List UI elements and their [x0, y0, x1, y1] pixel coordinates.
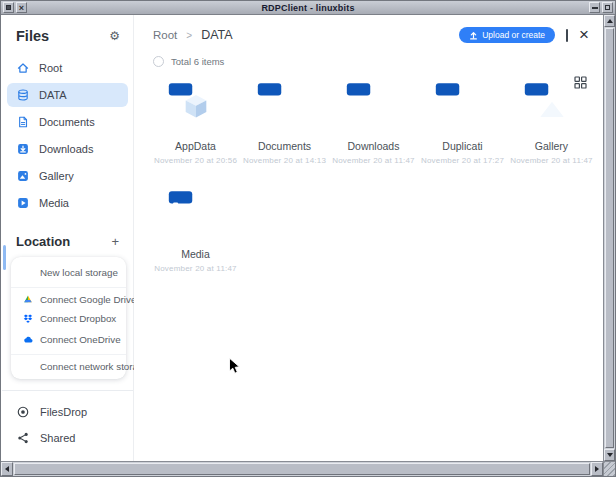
sidebar: Files ⚙ Root DATA	[2, 15, 134, 461]
close-icon[interactable]: ×	[579, 28, 589, 42]
folder-tile[interactable]: Documents November 20 at 14:13	[240, 79, 329, 165]
upload-icon	[469, 31, 478, 40]
folder-plain-icon	[433, 79, 493, 132]
dropbox-icon	[22, 313, 34, 325]
folder-down-icon	[344, 79, 404, 132]
grid-view-icon	[574, 76, 587, 89]
window-menu-button[interactable]	[3, 2, 14, 13]
sidebar-nav-label: Gallery	[39, 170, 74, 182]
sidebar-nav-label: Root	[39, 62, 62, 74]
location-item-label: New local storage	[40, 267, 118, 278]
upload-button-label: Upload or create	[482, 30, 545, 40]
folder-name: AppData	[175, 140, 216, 152]
minimize-icon	[592, 7, 598, 9]
folder-tile[interactable]: Duplicati November 20 at 17:27	[418, 79, 507, 165]
window-title: RDPClient - linuxbits	[29, 2, 587, 14]
download-icon	[16, 142, 30, 156]
window-close-button-left[interactable]: ×	[16, 2, 27, 13]
window-minimize-button[interactable]	[589, 2, 600, 13]
shared-icon	[16, 431, 30, 445]
upload-or-create-button[interactable]: Upload or create	[459, 27, 555, 43]
gdrive-icon	[22, 293, 34, 305]
sidebar-nav-item[interactable]: DATA	[7, 83, 128, 107]
sidebar-nav-item[interactable]: Downloads	[7, 137, 128, 161]
sidebar-footer-label: FilesDrop	[40, 406, 87, 418]
folder-date: November 20 at 17:27	[421, 156, 504, 165]
total-items-label: Total 6 items	[171, 56, 224, 67]
location-item[interactable]: New local storage	[11, 262, 126, 283]
onedrive-icon	[22, 334, 34, 346]
sidebar-nav-item[interactable]: Documents	[7, 110, 128, 134]
sidebar-scrollbar-thumb[interactable]	[3, 245, 6, 270]
media-icon	[16, 196, 30, 210]
app-body: Files ⚙ Root DATA	[2, 15, 603, 461]
header-actions: Upload or create ×	[459, 27, 589, 43]
sidebar-header: Files ⚙	[2, 15, 133, 53]
add-location-button[interactable]: +	[111, 236, 119, 248]
sidebar-footer-item[interactable]: Shared	[2, 425, 133, 451]
window-menu-icon	[6, 5, 11, 10]
sidebar-nav-item[interactable]: Media	[7, 191, 128, 215]
scroll-left-button[interactable]	[1, 462, 13, 476]
settings-button[interactable]: ⚙	[109, 30, 120, 42]
document-icon	[16, 115, 30, 129]
filesdrop-icon	[16, 405, 30, 419]
horizontal-scrollbar-thumb[interactable]	[14, 463, 590, 475]
sidebar-nav-item[interactable]: Root	[7, 56, 128, 80]
folder-date: November 20 at 11:47	[510, 156, 593, 165]
resize-grip[interactable]	[603, 461, 615, 476]
sidebar-footer: FilesDrop Shared	[2, 390, 133, 461]
arrow-down-icon	[607, 453, 613, 457]
folder-name: Duplicati	[442, 140, 482, 152]
sidebar-nav-label: Documents	[39, 116, 95, 128]
folder-doc-icon	[255, 79, 315, 132]
location-item[interactable]: Connect Dropbox	[11, 308, 126, 329]
folder-tile[interactable]: Gallery November 20 at 11:47	[507, 79, 596, 165]
location-item[interactable]: Connect Google Drive	[11, 287, 126, 308]
scroll-up-button[interactable]	[604, 15, 615, 27]
folder-date: November 20 at 11:47	[332, 156, 415, 165]
sidebar-footer-label: Shared	[40, 432, 75, 444]
breadcrumb-current: DATA	[201, 28, 232, 42]
folder-cube-icon	[166, 79, 226, 132]
folder-image-icon	[522, 79, 582, 132]
folder-grid: AppData November 20 at 20:56 Documents N…	[134, 67, 603, 273]
folder-tile[interactable]: AppData November 20 at 20:56	[151, 79, 240, 165]
folder-date: November 20 at 20:56	[154, 156, 237, 165]
sidebar-nav-label: Media	[39, 197, 69, 209]
more-menu-icon[interactable]	[566, 29, 568, 42]
location-title: Location	[16, 234, 70, 249]
location-item[interactable]: Connect OneDrive	[11, 329, 126, 350]
sidebar-nav-item[interactable]: Gallery	[7, 164, 128, 188]
database-icon	[16, 88, 30, 102]
vertical-scrollbar[interactable]	[603, 15, 615, 461]
location-header: Location +	[2, 218, 133, 251]
location-item-label: Connect OneDrive	[40, 334, 121, 345]
gallery-icon	[16, 169, 30, 183]
folder-tile[interactable]: Downloads November 20 at 11:47	[329, 79, 418, 165]
breadcrumb-root[interactable]: Root	[153, 29, 177, 41]
window-titlebar[interactable]: × RDPClient - linuxbits	[1, 1, 615, 15]
window-maximize-button[interactable]	[602, 2, 613, 13]
vertical-scrollbar-thumb[interactable]	[605, 28, 614, 448]
location-item[interactable]: Connect network storage	[11, 354, 126, 375]
location-item-label: Connect network storage	[40, 361, 149, 372]
breadcrumb-separator: >	[186, 30, 192, 41]
main-panel: Root > DATA Upload or create × Total 6 i…	[134, 15, 603, 461]
folder-name: Downloads	[348, 140, 400, 152]
breadcrumb: Root > DATA	[153, 28, 233, 42]
maximize-icon	[605, 5, 610, 10]
select-all-checkbox[interactable]	[153, 56, 164, 67]
scroll-right-button[interactable]	[591, 462, 603, 476]
scroll-down-button[interactable]	[604, 449, 615, 461]
folder-tile[interactable]: Media November 20 at 11:47	[151, 187, 240, 273]
horizontal-scrollbar[interactable]	[1, 461, 603, 476]
selection-toolbar: Total 6 items	[134, 43, 603, 67]
location-panel: New local storage Connect Google Drive C…	[11, 257, 126, 379]
sidebar-footer-item[interactable]: FilesDrop	[2, 399, 133, 425]
grid-view-button[interactable]	[574, 76, 587, 89]
home-icon	[16, 61, 30, 75]
location-item-label: Connect Google Drive	[40, 294, 136, 305]
arrow-left-icon	[5, 466, 9, 472]
app-title: Files	[16, 28, 49, 44]
